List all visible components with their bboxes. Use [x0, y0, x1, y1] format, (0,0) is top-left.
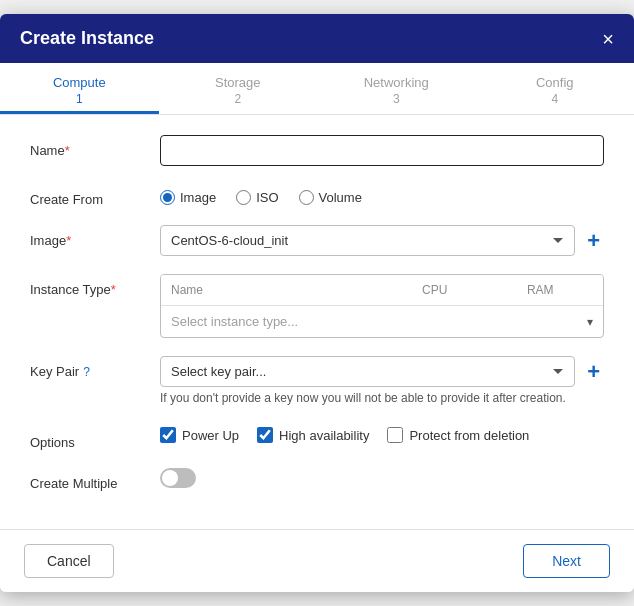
name-input-wrap: [160, 135, 604, 166]
name-row: Name*: [30, 135, 604, 166]
name-label: Name*: [30, 135, 160, 158]
key-pair-help-icon[interactable]: ?: [83, 365, 90, 379]
create-from-options: Image ISO Volume: [160, 184, 604, 205]
option-power-up[interactable]: Power Up: [160, 427, 239, 443]
image-label: Image*: [30, 225, 160, 248]
key-pair-select[interactable]: Select key pair...: [160, 356, 575, 387]
key-pair-wrap: Select key pair... + If you don't provid…: [160, 356, 604, 409]
instance-type-select[interactable]: Select instance type... ▾: [161, 306, 603, 337]
create-from-label: Create From: [30, 184, 160, 207]
steps-bar: Compute 1 Storage 2 Networking 3 Config …: [0, 63, 634, 115]
step-compute[interactable]: Compute 1: [0, 63, 159, 114]
options-wrap: Power Up High availability Protect from …: [160, 427, 604, 443]
create-from-row: Create From Image ISO Volume: [30, 184, 604, 207]
close-button[interactable]: ×: [602, 29, 614, 49]
create-instance-modal: Create Instance × Compute 1 Storage 2 Ne…: [0, 14, 634, 592]
radio-iso[interactable]: ISO: [236, 190, 278, 205]
modal-header: Create Instance ×: [0, 14, 634, 63]
radio-volume[interactable]: Volume: [299, 190, 362, 205]
image-select[interactable]: CentOS-6-cloud_init: [160, 225, 575, 256]
step-config[interactable]: Config 4: [476, 63, 635, 114]
radio-image[interactable]: Image: [160, 190, 216, 205]
instance-type-wrap: Name CPU RAM Select instance type... ▾: [160, 274, 604, 338]
step-networking[interactable]: Networking 3: [317, 63, 476, 114]
modal-title: Create Instance: [20, 28, 154, 49]
create-multiple-toggle[interactable]: [160, 468, 196, 488]
key-pair-add-button[interactable]: +: [583, 361, 604, 383]
cancel-button[interactable]: Cancel: [24, 544, 114, 578]
next-button[interactable]: Next: [523, 544, 610, 578]
chevron-down-icon: ▾: [587, 315, 593, 329]
create-multiple-toggle-wrap: [160, 468, 604, 488]
key-pair-label: Key Pair ?: [30, 356, 160, 379]
options-label: Options: [30, 427, 160, 450]
create-multiple-row: Create Multiple: [30, 468, 604, 491]
name-input[interactable]: [160, 135, 604, 166]
step-storage[interactable]: Storage 2: [159, 63, 318, 114]
image-select-wrap: CentOS-6-cloud_init +: [160, 225, 604, 256]
modal-body: Name* Create From Image ISO Volum: [0, 115, 634, 529]
create-multiple-label: Create Multiple: [30, 468, 160, 491]
instance-type-row: Instance Type* Name CPU RAM Select insta…: [30, 274, 604, 338]
image-row: Image* CentOS-6-cloud_init +: [30, 225, 604, 256]
image-add-button[interactable]: +: [583, 230, 604, 252]
option-high-availability[interactable]: High availability: [257, 427, 369, 443]
modal-footer: Cancel Next: [0, 529, 634, 592]
instance-type-label: Instance Type*: [30, 274, 160, 297]
option-protect-deletion[interactable]: Protect from deletion: [387, 427, 529, 443]
key-pair-info-text: If you don't provide a key now you will …: [160, 391, 604, 405]
instance-type-header: Name CPU RAM: [161, 275, 603, 306]
key-pair-row: Key Pair ? Select key pair... + If you d…: [30, 356, 604, 409]
instance-type-box[interactable]: Name CPU RAM Select instance type... ▾: [160, 274, 604, 338]
options-row: Options Power Up High availability Prote…: [30, 427, 604, 450]
